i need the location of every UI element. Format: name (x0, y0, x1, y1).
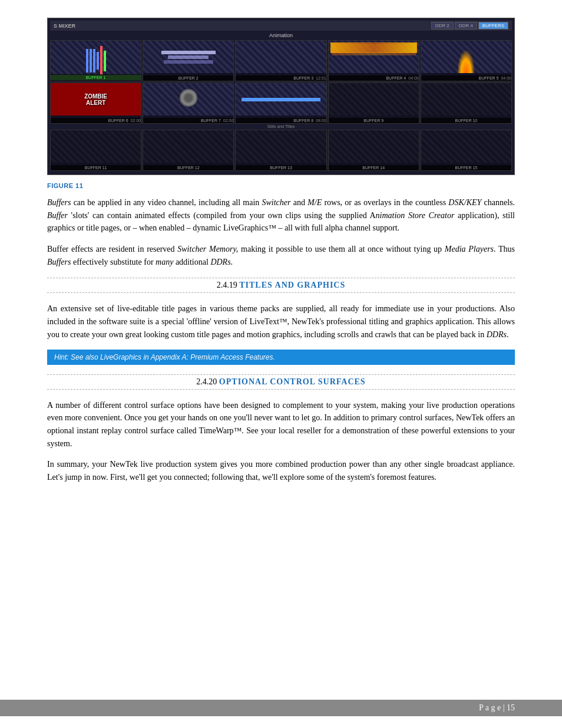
hint-text: Hint: See also LiveGraphics in Appendix … (54, 353, 275, 361)
buffer9-label-bar: BUFFER 9 (329, 118, 419, 123)
section-title-219: TITLES AND GRAPHICS (239, 281, 345, 289)
buffer-cell-7[interactable]: BUFFER 7 02:00 (143, 83, 234, 124)
section-number-219: 2.4.19 (217, 281, 237, 289)
buffer14-content (329, 130, 419, 163)
buffer6-label: BUFFER 6 (51, 118, 128, 123)
buffer4-label-row: BUFFER 4 04:00 (329, 76, 419, 80)
buffer-cell-2[interactable]: BUFFER 2 (143, 40, 234, 81)
buffer7-content (143, 83, 233, 116)
mixer-top-bar: S MIXER DDR 2 DDR 4 BUFFERS (50, 21, 512, 31)
paragraph-220-1: A number of different control surface op… (47, 399, 515, 450)
section-number-220: 2.4.20 (196, 377, 217, 386)
buffer-cell-3[interactable]: BUFFER 3 12:01 (235, 40, 326, 81)
buffer7-label: BUFFER 7 (143, 118, 221, 123)
bar1 (86, 49, 88, 73)
buffer8-label-bar: BUFFER 8 08:00 (236, 118, 326, 123)
bar6 (104, 51, 106, 71)
buffer5-label-row: BUFFER 5 04:00 (421, 76, 511, 80)
bar5 (100, 46, 103, 75)
media-players-italic: Media Players (445, 245, 494, 253)
buffer11-label-bar: BUFFER 11 (51, 165, 141, 170)
title-line2 (168, 55, 209, 59)
buffer12-label-bar: BUFFER 12 (143, 165, 233, 170)
buffer-cell-11[interactable]: BUFFER 11 (50, 130, 141, 171)
bar2 (90, 49, 92, 73)
hint-box: Hint: See also LiveGraphics in Appendix … (47, 350, 515, 365)
buffer14-label: BUFFER 14 (329, 166, 419, 170)
disc-effect (180, 89, 197, 107)
title-line3 (164, 60, 213, 64)
buffer12-label: BUFFER 12 (143, 166, 233, 170)
dsk-key-italic: DSK/KEY (448, 198, 481, 207)
buffer13-label: BUFFER 13 (236, 166, 326, 170)
stills-titles-label: Stills and Titles (50, 124, 512, 129)
buffer-italic: Buffer (47, 211, 68, 220)
buffer10-content (421, 83, 511, 116)
paragraph-219: An extensive set of live-editable title … (47, 302, 515, 341)
buffer11-label: BUFFER 11 (51, 166, 141, 170)
buffer-row-3: BUFFER 11 BUFFER 12 BUFFER 13 BUFFER 14 (50, 130, 512, 171)
buffer13-label-bar: BUFFER 13 (236, 165, 326, 170)
me-italic: M/E (308, 198, 322, 207)
buffer2-label-bar: BUFFER 2 (143, 75, 233, 81)
sparkle-top (330, 42, 417, 53)
ddrs-italic: DDRs (210, 258, 230, 266)
mixer-tab-ddr4[interactable]: DDR 4 (455, 22, 477, 29)
buffer8-label: BUFFER 8 (236, 118, 313, 123)
buffer3-label-bar: BUFFER 3 12:01 (236, 75, 326, 81)
buffer-cell-9[interactable]: BUFFER 9 (328, 83, 419, 124)
buffer1-label: BUFFER 1 (51, 75, 141, 80)
buffer2-label: BUFFER 2 (143, 76, 233, 80)
buffer5-content (421, 41, 511, 73)
paragraph-220-2: In summary, your NewTek live production … (47, 458, 515, 483)
many-italic: many (156, 258, 173, 266)
ddrs-219-italic: DDRs (487, 330, 507, 339)
buffer15-content (421, 130, 511, 163)
buffers-italic: Buffers (47, 198, 71, 207)
section-heading-219: 2.4.19 TITLES AND GRAPHICS (47, 281, 515, 290)
buffers2-italic: Buffers (47, 258, 71, 266)
buffer-row-1: BUFFER 1 BUFFER 2 BUFFER 3 (50, 40, 512, 81)
buffer-cell-13[interactable]: BUFFER 13 (235, 130, 326, 171)
buffer4-label-bar: BUFFER 4 04:00 (329, 75, 419, 81)
mixer-tab-ddr2[interactable]: DDR 2 (431, 22, 454, 29)
buffer5-label: BUFFER 5 (421, 76, 499, 80)
divider-bottom-220 (47, 389, 515, 390)
mixer-screenshot: S MIXER DDR 2 DDR 4 BUFFERS Animation (47, 18, 515, 175)
buffer3-label-row: BUFFER 3 12:01 (236, 76, 326, 80)
buffer8-timecode: 08:00 (316, 118, 326, 123)
buffer-cell-12[interactable]: BUFFER 12 (143, 130, 234, 171)
buffer2-content (143, 41, 233, 73)
buffer6-timecode: 02:00 (131, 118, 141, 123)
buffer11-content (51, 130, 141, 163)
section-heading-220: 2.4.20 OPTIONAL CONTROL SURFACES (47, 377, 515, 387)
paragraph-2: Buffer effects are resident in reserved … (47, 243, 515, 268)
buffer-cell-1[interactable]: BUFFER 1 (50, 40, 141, 81)
mixer-tab-buffers[interactable]: BUFFERS (478, 22, 508, 29)
animation-store-italic: nimation Store Creator (376, 211, 455, 220)
bar3 (93, 49, 95, 73)
buffer14-label-bar: BUFFER 14 (329, 165, 419, 170)
buffer10-label: BUFFER 10 (421, 118, 511, 123)
buffer-cell-15[interactable]: BUFFER 15 (421, 130, 512, 171)
blue-bar (242, 98, 320, 101)
buffer7-timecode: 02:00 (223, 118, 234, 123)
buffer5-timecode: 04:00 (501, 76, 511, 80)
title-line1 (161, 51, 216, 54)
page-number: P a g e | 15 (479, 703, 515, 713)
buffer-cell-5[interactable]: BUFFER 5 04:00 (421, 40, 512, 81)
buffer13-content (236, 130, 326, 163)
buffer9-content (329, 83, 419, 116)
buffer-cell-8[interactable]: BUFFER 8 08:00 (235, 83, 326, 124)
buffer7-label-bar: BUFFER 7 02:00 (143, 118, 233, 123)
buffer8-label-row: BUFFER 8 08:00 (236, 118, 326, 123)
buffer-cell-6[interactable]: ZOMBIEALERT BUFFER 6 02:00 (50, 83, 141, 124)
animation-label: Animation (50, 32, 512, 38)
buffer6-label-row: BUFFER 6 02:00 (51, 118, 141, 123)
buffer-cell-14[interactable]: BUFFER 14 (328, 130, 419, 171)
zombie-text: ZOMBIEALERT (84, 93, 107, 106)
buffer15-label: BUFFER 15 (421, 166, 511, 170)
buffer-cell-10[interactable]: BUFFER 10 (421, 83, 512, 124)
buffer3-content (236, 41, 326, 73)
buffer-cell-4[interactable]: BUFFER 4 04:00 (328, 40, 419, 81)
